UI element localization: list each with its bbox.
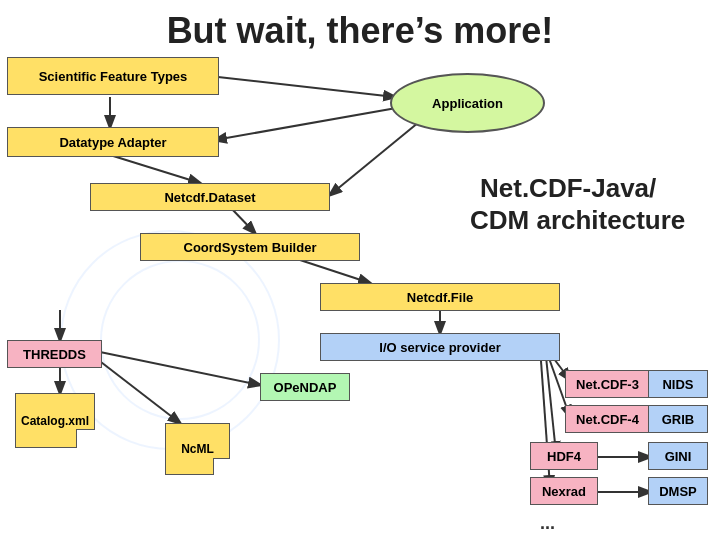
- dmsp-box: DMSP: [648, 477, 708, 505]
- gini-box: GINI: [648, 442, 708, 470]
- opendap-box: OPeNDAP: [260, 373, 350, 401]
- grib-box: GRIB: [648, 405, 708, 433]
- hdf4-box: HDF4: [530, 442, 598, 470]
- datatype-adapter-box: Datatype Adapter: [7, 127, 219, 157]
- netcdf4-box: Net.CDF-4: [565, 405, 650, 433]
- thredds-box: THREDDS: [7, 340, 102, 368]
- svg-line-1: [110, 155, 200, 183]
- cdm-architecture-label: CDM architecture: [470, 205, 685, 236]
- netcdf-file-box: Netcdf.File: [320, 283, 560, 311]
- io-service-provider-box: I/O service provider: [320, 333, 560, 361]
- page-title: But wait, there’s more!: [0, 0, 720, 60]
- coordsystem-builder-box: CoordSystem Builder: [140, 233, 360, 261]
- netcdf-java-label: Net.CDF-Java/: [480, 173, 656, 204]
- catalog-xml-box: Catalog.xml: [15, 393, 95, 448]
- svg-line-13: [545, 347, 556, 453]
- ncml-box: NcML: [165, 423, 230, 475]
- nids-box: NIDS: [648, 370, 708, 398]
- svg-line-9: [100, 352, 260, 385]
- svg-line-19: [218, 77, 395, 97]
- svg-line-5: [215, 107, 402, 140]
- application-oval: Application: [390, 73, 545, 133]
- ellipsis-label: ...: [540, 513, 555, 534]
- scientific-feature-types-box: Scientific Feature Types: [7, 57, 219, 95]
- netcdf-dataset-box: Netcdf.Dataset: [90, 183, 330, 211]
- nexrad-box: Nexrad: [530, 477, 598, 505]
- netcdf3-box: Net.CDF-3: [565, 370, 650, 398]
- svg-line-3: [300, 260, 370, 283]
